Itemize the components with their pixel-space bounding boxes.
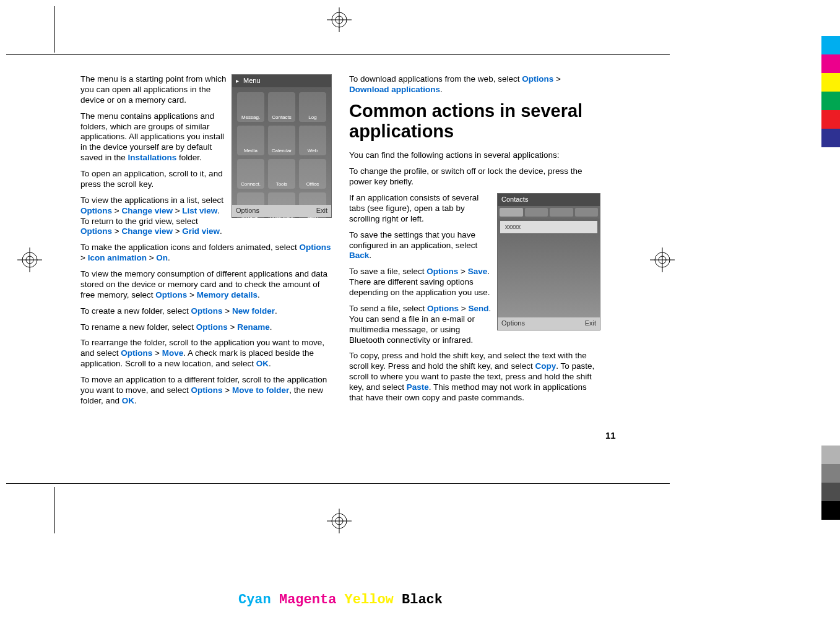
app-icon-cell: Calendar — [268, 126, 295, 155]
paragraph: To rename a new folder, select Options >… — [80, 322, 332, 333]
color-swatch — [821, 110, 840, 129]
color-swatch — [821, 427, 840, 446]
crop-mark-bottom-left — [54, 487, 55, 533]
screenshot1-title: Menu — [243, 77, 261, 85]
paragraph: To move an application to a different fo… — [80, 375, 332, 407]
screenshot2-left-softkey: Options — [501, 319, 525, 328]
screenshot2-title: Contacts — [501, 196, 528, 204]
installations-link: Installations — [128, 153, 177, 162]
cmyk-label: Cyan Magenta Yellow Black — [0, 592, 681, 608]
page-content: Menu Messag.ContactsLogMediaCalendarWebC… — [80, 74, 600, 458]
color-swatch — [821, 54, 840, 73]
left-column: Menu Messag.ContactsLogMediaCalendarWebC… — [80, 74, 332, 458]
screenshot1-left-softkey: Options — [236, 207, 259, 215]
paragraph: To copy, press and hold the shift key, a… — [349, 351, 600, 403]
paragraph: You can find the following actions in se… — [349, 150, 600, 161]
registration-mark-top — [327, 7, 352, 32]
app-icon-cell: Office — [299, 159, 326, 189]
black-label: Black — [402, 592, 443, 608]
registration-mark-left — [17, 248, 42, 272]
right-column: To download applications from the web, s… — [349, 74, 600, 458]
color-bars-top — [821, 36, 840, 147]
paragraph: To create a new folder, select Options >… — [80, 306, 332, 317]
cyan-label: Cyan — [238, 592, 271, 608]
screenshot2-right-softkey: Exit — [585, 319, 596, 328]
paragraph: To download applications from the web, s… — [349, 74, 600, 95]
color-swatch — [821, 446, 840, 464]
app-icon-cell: Log — [299, 92, 326, 122]
magenta-label: Magenta — [279, 592, 336, 608]
app-icon-cell: Connect. — [237, 159, 264, 189]
paragraph: To change the profile, or switch off or … — [349, 166, 600, 187]
app-icon-cell: Tools — [268, 159, 295, 189]
paragraph: To rearrange the folder, scroll to the a… — [80, 338, 332, 369]
contacts-screenshot: Contacts xxxxx Options Exit — [497, 193, 600, 330]
color-swatch — [821, 501, 840, 520]
color-swatch — [821, 464, 840, 483]
registration-mark-right — [650, 248, 675, 272]
app-icon-cell: Messag. — [237, 92, 264, 122]
paragraph: To view the memory consumption of differ… — [80, 269, 332, 301]
color-bars-bottom — [821, 427, 840, 520]
app-icon-cell: Web — [299, 126, 326, 155]
screenshot1-right-softkey: Exit — [316, 207, 327, 215]
color-swatch — [821, 129, 840, 147]
paragraph: To make the application icons and folder… — [80, 243, 332, 264]
screenshot2-row: xxxxx — [500, 221, 597, 234]
color-swatch — [821, 73, 840, 92]
app-icon-cell: Media — [237, 126, 264, 155]
page-number: 11 — [605, 430, 616, 441]
registration-mark-bottom — [327, 509, 352, 533]
section-heading: Common actions in several applications — [349, 101, 600, 142]
crop-mark-bottom — [6, 483, 670, 484]
arrow-icon — [236, 77, 241, 85]
color-swatch — [821, 36, 840, 54]
crop-mark-top-left — [54, 6, 55, 53]
color-swatch — [821, 483, 840, 501]
app-icon-cell: Contacts — [268, 92, 295, 122]
color-swatch — [821, 92, 840, 110]
crop-mark-top — [6, 54, 670, 55]
yellow-label: Yellow — [345, 592, 394, 608]
menu-screenshot: Menu Messag.ContactsLogMediaCalendarWebC… — [232, 74, 332, 218]
